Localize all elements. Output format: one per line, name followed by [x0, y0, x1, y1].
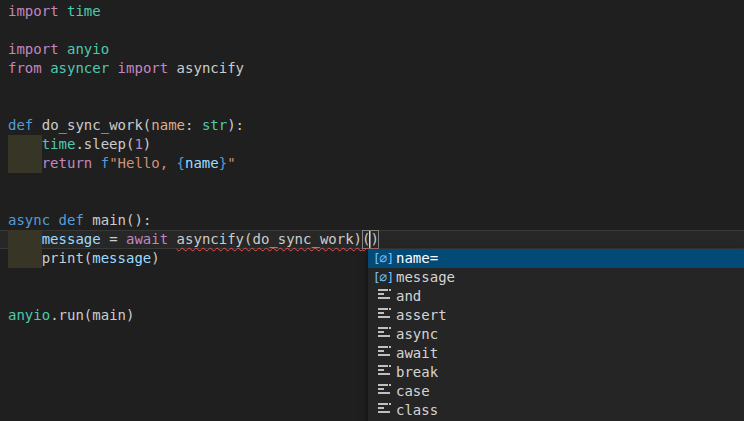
symbol-keyword-icon: [372, 344, 394, 363]
code-token: ): [151, 249, 159, 268]
code-token: name: [151, 116, 185, 135]
code-line[interactable]: from asyncer import asyncify: [0, 59, 744, 78]
code-token: name: [185, 154, 219, 173]
suggestion-label: assert: [396, 306, 447, 325]
indent-guide-highlight: [8, 249, 42, 268]
code-line[interactable]: import anyio: [0, 40, 744, 59]
code-token: :: [185, 116, 202, 135]
suggestion-label: case: [396, 382, 430, 401]
code-token: f: [101, 154, 109, 173]
code-line[interactable]: [0, 173, 744, 192]
code-token: [59, 2, 67, 21]
code-line-current[interactable]: message = await asyncify(do_sync_work)(): [0, 230, 744, 249]
suggestion-item-message[interactable]: [∅]message: [368, 268, 744, 287]
code-token: [168, 230, 176, 249]
suggestion-item-break[interactable]: break: [368, 363, 744, 382]
suggestion-item-await[interactable]: await: [368, 344, 744, 363]
suggestion-item-and[interactable]: and: [368, 287, 744, 306]
code-token: ):: [227, 116, 244, 135]
code-line[interactable]: [0, 97, 744, 116]
code-token: anyio: [8, 306, 50, 325]
code-token: [59, 40, 67, 59]
code-token: import: [8, 40, 59, 59]
symbol-variable-icon: [∅]: [372, 268, 394, 287]
code-token: [42, 59, 50, 78]
code-token: do_sync_work(: [33, 116, 151, 135]
code-token: }: [219, 154, 227, 173]
indent-guide-highlight: [8, 135, 42, 154]
suggestion-label: and: [396, 287, 421, 306]
suggestion-item-assert[interactable]: assert: [368, 306, 744, 325]
code-token: {: [177, 154, 185, 173]
code-token: import: [118, 59, 169, 78]
suggestion-label: name=: [396, 249, 438, 268]
code-token: def: [8, 116, 33, 135]
code-token: asyncer: [50, 59, 109, 78]
code-token: asyncify(do_sync_work): [177, 230, 362, 249]
code-token: anyio: [67, 40, 109, 59]
suggestion-label: message: [396, 268, 455, 287]
code-line[interactable]: [0, 192, 744, 211]
code-token: from: [8, 59, 42, 78]
code-token: main():: [84, 211, 151, 230]
code-line[interactable]: [0, 21, 744, 40]
suggestion-label: break: [396, 363, 438, 382]
suggestion-item-async[interactable]: async: [368, 325, 744, 344]
symbol-keyword-icon: [372, 306, 394, 325]
code-token: ": [227, 154, 235, 173]
suggestion-item-class[interactable]: class: [368, 401, 744, 420]
symbol-keyword-icon: [372, 382, 394, 401]
code-token: =: [101, 230, 126, 249]
suggest-widget[interactable]: [∅]name=[∅]messageandassertasyncawaitbre…: [368, 249, 744, 421]
symbol-variable-icon: [∅]: [372, 249, 394, 268]
code-token: async: [8, 211, 50, 230]
code-token: await: [126, 230, 168, 249]
code-token: ): [370, 230, 378, 249]
suggestion-item-case[interactable]: case: [368, 382, 744, 401]
code-token: [109, 59, 117, 78]
suggestion-label: await: [396, 344, 438, 363]
code-line[interactable]: return f"Hello, {name}": [0, 154, 744, 173]
code-line[interactable]: time.sleep(1): [0, 135, 744, 154]
symbol-keyword-icon: [372, 363, 394, 382]
symbol-keyword-icon: [372, 325, 394, 344]
code-line[interactable]: import time: [0, 2, 744, 21]
code-token: time: [42, 135, 76, 154]
code-token: [92, 154, 100, 173]
vscode-editor-screenshot: { "colors": { "editor_background": "#1f1…: [0, 0, 744, 421]
code-token: def: [59, 211, 84, 230]
code-token: asyncify: [168, 59, 244, 78]
code-token: [50, 211, 58, 230]
suggestion-item-name[interactable]: [∅]name=: [368, 249, 744, 268]
code-token: .sleep(: [75, 135, 134, 154]
code-token: return: [42, 154, 93, 173]
code-token: time: [67, 2, 101, 21]
suggestion-label: class: [396, 401, 438, 420]
code-token: import: [8, 2, 59, 21]
code-token: .run(main): [50, 306, 134, 325]
code-line[interactable]: async def main():: [0, 211, 744, 230]
code-token: ): [143, 135, 151, 154]
symbol-keyword-icon: [372, 401, 394, 420]
code-token: message: [42, 230, 101, 249]
code-token: "Hello,: [109, 154, 176, 173]
code-token: 1: [134, 135, 142, 154]
symbol-keyword-icon: [372, 287, 394, 306]
code-token: message: [92, 249, 151, 268]
suggestion-label: async: [396, 325, 438, 344]
code-line[interactable]: def do_sync_work(name: str):: [0, 116, 744, 135]
code-token: str: [202, 116, 227, 135]
code-line[interactable]: [0, 78, 744, 97]
indent-guide-highlight: [8, 154, 42, 173]
indent-guide-highlight: [8, 230, 42, 249]
code-token: print(: [42, 249, 93, 268]
